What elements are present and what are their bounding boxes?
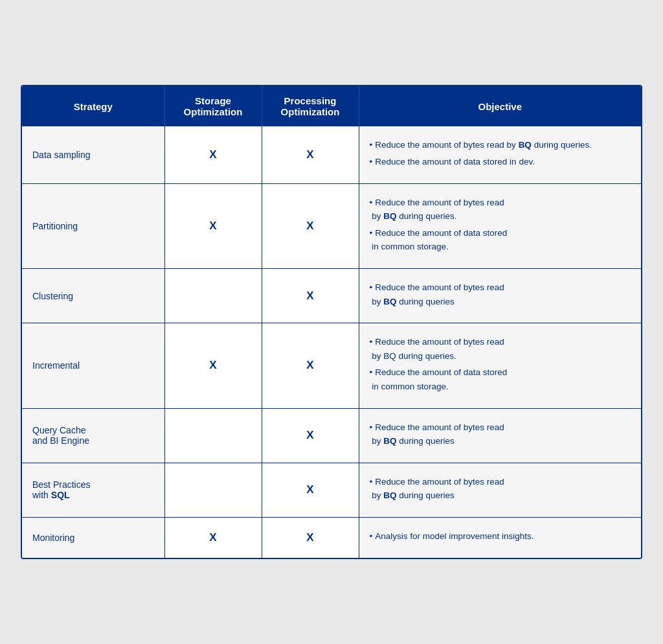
strategy-cell: Data sampling bbox=[22, 126, 164, 183]
objective-cell: Reduce the amount of bytes read by BQ du… bbox=[359, 408, 641, 463]
processing-check-cell: X bbox=[262, 408, 359, 463]
processing-check-cell: X bbox=[262, 463, 359, 517]
objective-cell: Reduce the amount of bytes read by BQ du… bbox=[359, 269, 641, 323]
table-row: Best Practiceswith SQLXReduce the amount… bbox=[22, 463, 641, 517]
objective-cell: Reduce the amount of bytes read by BQ du… bbox=[359, 463, 641, 517]
storage-check-cell bbox=[164, 408, 262, 463]
processing-check-cell: X bbox=[262, 183, 359, 268]
header-row: Strategy StorageOptimization ProcessingO… bbox=[22, 86, 641, 126]
processing-check-cell: X bbox=[262, 269, 359, 323]
processing-check-cell: X bbox=[262, 323, 359, 408]
strategy-cell: Monitoring bbox=[22, 517, 164, 557]
objective-cell: Reduce the amount of bytes read by BQ du… bbox=[359, 323, 641, 408]
main-table-container: Strategy StorageOptimization ProcessingO… bbox=[21, 85, 642, 558]
objective-cell: Reduce the amount of bytes read by BQ du… bbox=[359, 183, 641, 268]
strategy-cell: Query Cacheand BI Engine bbox=[22, 408, 164, 463]
header-storage: StorageOptimization bbox=[164, 86, 262, 126]
table-row: Query Cacheand BI EngineXReduce the amou… bbox=[22, 408, 641, 463]
objective-cell: Analysis for model improvement insights. bbox=[359, 517, 641, 557]
storage-check-cell: X bbox=[164, 126, 262, 183]
storage-check-cell bbox=[164, 269, 262, 323]
strategy-cell: Best Practiceswith SQL bbox=[22, 463, 164, 517]
table-row: MonitoringXXAnalysis for model improveme… bbox=[22, 517, 641, 557]
processing-check-cell: X bbox=[262, 517, 359, 557]
storage-check-cell: X bbox=[164, 183, 262, 268]
storage-check-cell: X bbox=[164, 323, 262, 408]
objective-cell: Reduce the amount of bytes read by BQ du… bbox=[359, 126, 641, 183]
strategy-cell: Clustering bbox=[22, 269, 164, 323]
strategy-cell: Partitioning bbox=[22, 183, 164, 268]
storage-check-cell: X bbox=[164, 517, 262, 557]
table-row: Data samplingXXReduce the amount of byte… bbox=[22, 126, 641, 183]
strategy-table: Strategy StorageOptimization ProcessingO… bbox=[22, 86, 641, 557]
storage-check-cell bbox=[164, 463, 262, 517]
table-row: PartitioningXXReduce the amount of bytes… bbox=[22, 183, 641, 268]
header-processing: ProcessingOptimization bbox=[262, 86, 359, 126]
table-row: IncrementalXXReduce the amount of bytes … bbox=[22, 323, 641, 408]
header-objective: Objective bbox=[359, 86, 641, 126]
header-strategy: Strategy bbox=[22, 86, 164, 126]
table-row: ClusteringXReduce the amount of bytes re… bbox=[22, 269, 641, 323]
processing-check-cell: X bbox=[262, 126, 359, 183]
strategy-cell: Incremental bbox=[22, 323, 164, 408]
